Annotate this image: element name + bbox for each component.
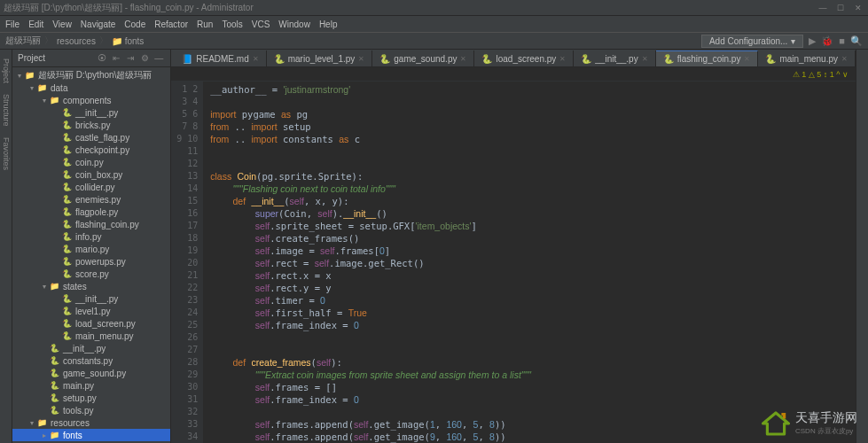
sidebar-header: Project ⦿ ⇤ ⇥ ⚙ — <box>12 50 170 67</box>
tree-item[interactable]: 🐍game_sound.py <box>12 367 170 379</box>
menu-navigate[interactable]: Navigate <box>81 19 115 29</box>
close-tab-icon[interactable]: ✕ <box>253 55 259 63</box>
menu-run[interactable]: Run <box>197 19 213 29</box>
close-tab-icon[interactable]: ✕ <box>559 55 566 63</box>
tree-item[interactable]: 🐍main_menu.py <box>12 330 170 342</box>
tree-item[interactable]: ▸📁fonts <box>12 429 170 441</box>
chevron-down-icon: ▾ <box>791 36 795 46</box>
tree-item[interactable]: 🐍bricks.py <box>12 119 170 131</box>
tab-__init__-py[interactable]: 🐍__init__.py✕ <box>574 51 655 66</box>
run-icon[interactable]: ▶ <box>809 35 816 47</box>
tree-item[interactable]: 🐍__init__.py <box>12 342 170 354</box>
sidebar-title: Project <box>18 53 45 63</box>
tree-item[interactable]: 🐍collider.py <box>12 181 170 193</box>
house-icon <box>762 411 790 436</box>
tree-item[interactable]: 🐍tools.py <box>12 404 170 416</box>
watermark-line1: 天喜手游网 <box>795 410 857 426</box>
close-tab-icon[interactable]: ✕ <box>642 55 648 63</box>
tab-load_screen-py[interactable]: 🐍load_screen.py✕ <box>474 51 574 66</box>
editor-breadcrumb: ⚠ 1 △ 5 ↕ 1 ^ ∨ <box>171 67 856 82</box>
menu-file[interactable]: File <box>5 19 20 29</box>
tree-item[interactable]: ▾📁states <box>12 280 170 292</box>
watermark-line2: CSDN 赤豆衣皮py <box>795 426 857 436</box>
menubar: FileEditViewNavigateCodeRefactorRunTools… <box>0 16 868 32</box>
window-title: 超级玛丽 [D:\python\超级玛丽] - flashing_coin.py… <box>4 2 811 14</box>
debug-icon[interactable]: 🐞 <box>821 35 833 47</box>
tab-flashing_coin-py[interactable]: 🐍flashing_coin.py✕ <box>656 51 759 66</box>
target-icon[interactable]: ⦿ <box>96 52 108 65</box>
menu-view[interactable]: View <box>52 19 72 29</box>
titlebar: 超级玛丽 [D:\python\超级玛丽] - flashing_coin.py… <box>0 0 868 16</box>
maximize-icon[interactable]: ☐ <box>834 2 847 14</box>
search-icon[interactable]: 🔍 <box>850 35 863 47</box>
tree-item[interactable]: ▾📁components <box>12 94 170 106</box>
menu-help[interactable]: Help <box>319 19 338 29</box>
menu-vcs[interactable]: VCS <box>252 19 270 29</box>
tab-main_menu-py[interactable]: 🐍main_menu.py✕ <box>758 51 856 66</box>
editor: 📘README.md✕🐍mario_level_1.py✕🐍game_sound… <box>171 50 856 443</box>
tree-item[interactable]: 🐍setup.py <box>12 392 170 404</box>
tree-item[interactable]: 🐍flashing_coin.py <box>12 218 170 230</box>
tree-item[interactable]: 🐍flagpole.py <box>12 206 170 218</box>
tree-item[interactable]: 🐍mario.py <box>12 243 170 255</box>
menu-window[interactable]: Window <box>278 19 310 29</box>
collapse-icon[interactable]: ⇤ <box>110 52 122 65</box>
tree-item[interactable]: 🐍score.py <box>12 268 170 280</box>
right-gutter <box>856 50 868 443</box>
tree-item[interactable]: 🐍info.py <box>12 230 170 243</box>
breadcrumb[interactable]: 超级玛丽〉resources〉📁 fonts <box>5 35 144 47</box>
tab-game_sound-py[interactable]: 🐍game_sound.py✕ <box>372 51 474 66</box>
tab-mario_level_1-py[interactable]: 🐍mario_level_1.py✕ <box>267 51 373 66</box>
menu-refactor[interactable]: Refactor <box>154 19 188 29</box>
structure-tool-button[interactable]: Structure <box>2 94 11 127</box>
navbar: 超级玛丽〉resources〉📁 fonts Add Configuration… <box>0 32 868 50</box>
tree-item[interactable]: 🐍coin_box.py <box>12 168 170 181</box>
menu-code[interactable]: Code <box>124 19 145 29</box>
tab-bar: 📘README.md✕🐍mario_level_1.py✕🐍game_sound… <box>171 50 856 67</box>
project-tree[interactable]: ▾📁超级玛丽 D:\python\超级玛丽▾📁data▾📁components🐍… <box>12 67 170 443</box>
add-configuration-button[interactable]: Add Configuration... ▾ <box>701 35 803 48</box>
menu-edit[interactable]: Edit <box>28 19 43 29</box>
minimize-icon[interactable]: — <box>817 2 829 14</box>
close-tab-icon[interactable]: ✕ <box>460 55 466 63</box>
tab-README-md[interactable]: 📘README.md✕ <box>175 51 266 66</box>
project-sidebar: Project ⦿ ⇤ ⇥ ⚙ — ▾📁超级玛丽 D:\python\超级玛丽▾… <box>12 50 171 443</box>
tree-item[interactable]: 🐍__init__.py <box>12 292 170 305</box>
tree-item[interactable]: 🐍enemies.py <box>12 193 170 206</box>
left-gutter: Project Structure Favorites <box>0 50 12 443</box>
source-code[interactable]: __author__ = 'justinarmstrong' import py… <box>203 82 856 443</box>
tree-item[interactable]: ▾📁resources <box>12 416 170 429</box>
close-tab-icon[interactable]: ✕ <box>744 55 750 63</box>
add-configuration-label: Add Configuration... <box>709 36 787 46</box>
expand-icon[interactable]: ⇥ <box>124 52 137 65</box>
tree-item[interactable]: 🐍constants.py <box>12 354 170 367</box>
tree-item[interactable]: 🐍__init__.py <box>12 106 170 119</box>
tree-item[interactable]: 🐍checkpoint.py <box>12 144 170 156</box>
tree-item[interactable]: 🐍load_screen.py <box>12 317 170 330</box>
tree-item[interactable]: 🐍level1.py <box>12 305 170 317</box>
project-tool-button[interactable]: Project <box>2 58 11 83</box>
hide-icon[interactable]: — <box>152 52 165 65</box>
menu-tools[interactable]: Tools <box>222 19 242 29</box>
watermark: 天喜手游网 CSDN 赤豆衣皮py <box>762 410 857 436</box>
inspection-status[interactable]: ⚠ 1 △ 5 ↕ 1 ^ ∨ <box>793 70 848 79</box>
tree-item[interactable]: ▾📁data <box>12 82 170 94</box>
tree-item[interactable]: 🐍coin.py <box>12 156 170 168</box>
stop-icon[interactable]: ■ <box>839 35 845 46</box>
close-tab-icon[interactable]: ✕ <box>358 55 364 63</box>
code-area[interactable]: 1 2 3 4 5 6 7 8 9 10 11 12 13 14 15 16 1… <box>171 82 856 443</box>
tree-item[interactable]: 🐍castle_flag.py <box>12 131 170 144</box>
gear-icon[interactable]: ⚙ <box>138 52 151 65</box>
close-icon[interactable]: ✕ <box>852 2 864 14</box>
tree-item[interactable]: 🐍powerups.py <box>12 255 170 268</box>
tree-item[interactable]: 🐍main.py <box>12 379 170 392</box>
line-numbers: 1 2 3 4 5 6 7 8 9 10 11 12 13 14 15 16 1… <box>171 82 203 443</box>
tree-item[interactable]: ▾📁超级玛丽 D:\python\超级玛丽 <box>12 69 170 82</box>
favorites-tool-button[interactable]: Favorites <box>2 137 11 170</box>
close-tab-icon[interactable]: ✕ <box>841 55 848 63</box>
